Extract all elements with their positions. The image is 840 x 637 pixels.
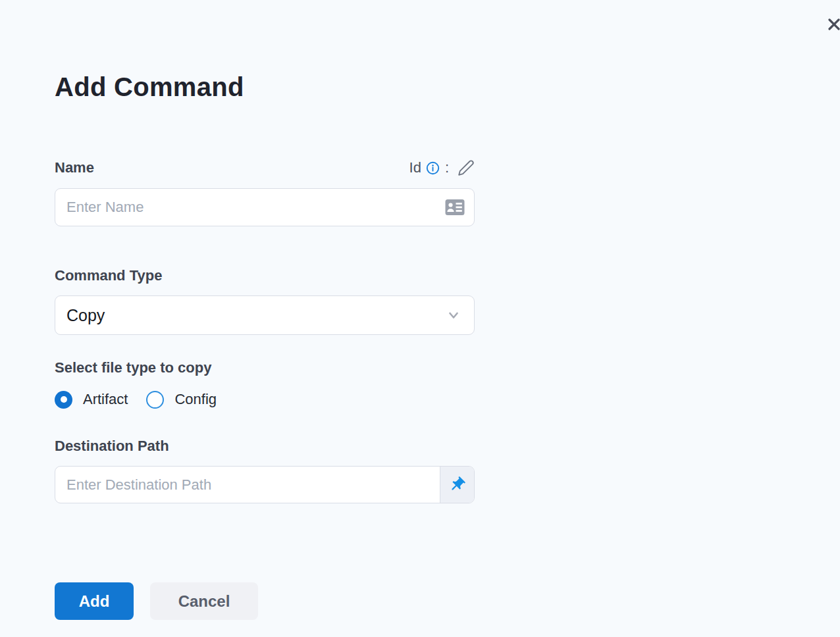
radio-option-artifact[interactable]: Artifact: [55, 391, 128, 409]
radio-option-config[interactable]: Config: [146, 391, 217, 409]
page-title: Add Command: [55, 71, 475, 103]
radio-artifact-selected[interactable]: [55, 391, 72, 409]
chevron-down-icon: [446, 308, 461, 322]
destination-path-label: Destination Path: [55, 436, 475, 456]
destination-input-group: [55, 466, 475, 503]
id-separator: :: [445, 159, 449, 176]
add-command-panel: Add Command Name Id :: [55, 0, 475, 620]
add-button[interactable]: Add: [55, 582, 134, 620]
pencil-icon[interactable]: [458, 159, 475, 176]
command-type-value: Copy: [66, 306, 105, 325]
name-field-header: Name Id :: [55, 158, 475, 178]
destination-input[interactable]: [55, 467, 440, 503]
radio-config-unselected[interactable]: [146, 391, 164, 409]
destination-pin-button[interactable]: [440, 467, 474, 503]
file-type-label: Select file type to copy: [55, 358, 475, 378]
radio-artifact-label: Artifact: [83, 391, 128, 408]
id-label: Id: [409, 159, 421, 176]
radio-config-label: Config: [174, 391, 217, 408]
pushpin-icon: [448, 476, 466, 494]
cancel-button[interactable]: Cancel: [150, 582, 258, 620]
name-input-wrap: [55, 188, 475, 226]
name-label: Name: [55, 158, 94, 178]
id-group: Id :: [409, 159, 475, 176]
file-type-radio-group: Artifact Config: [55, 390, 475, 409]
command-type-select[interactable]: Copy: [55, 295, 475, 335]
command-type-label: Command Type: [55, 266, 475, 286]
action-buttons: Add Cancel: [55, 582, 475, 620]
close-icon: [824, 14, 840, 34]
info-icon[interactable]: [426, 161, 440, 175]
name-input[interactable]: [55, 188, 475, 226]
close-button[interactable]: [824, 14, 840, 35]
